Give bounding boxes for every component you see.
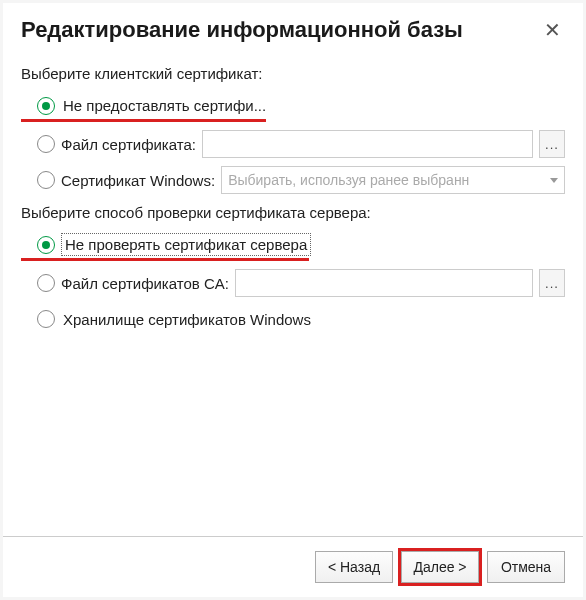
- radio-server-none[interactable]: [37, 236, 55, 254]
- titlebar: Редактирование информационной базы ✕: [3, 3, 583, 51]
- client-cert-file-browse-button[interactable]: ...: [539, 130, 565, 158]
- radio-client-windows-label: Сертификат Windows:: [61, 172, 215, 189]
- footer: < Назад Далее > Отмена: [3, 536, 583, 597]
- radio-client-windows[interactable]: [37, 171, 55, 189]
- client-cert-windows-dropdown-text: Выбирать, используя ранее выбранн: [228, 172, 469, 188]
- radio-client-none[interactable]: [37, 97, 55, 115]
- back-button[interactable]: < Назад: [315, 551, 393, 583]
- dialog-title: Редактирование информационной базы: [21, 17, 463, 43]
- radio-server-none-label: Не проверять сертификат сервера: [63, 235, 309, 254]
- dialog: Редактирование информационной базы ✕ Выб…: [3, 3, 583, 597]
- close-icon[interactable]: ✕: [540, 18, 565, 42]
- client-cert-windows-dropdown[interactable]: Выбирать, используя ранее выбранн: [221, 166, 565, 194]
- content: Выберите клиентский сертификат: Не предо…: [3, 51, 583, 536]
- radio-client-none-label: Не предоставлять сертифи...: [63, 97, 266, 114]
- client-cert-option-windows-row: Сертификат Windows: Выбирать, используя …: [21, 166, 565, 194]
- server-ca-file-browse-button[interactable]: ...: [539, 269, 565, 297]
- server-cert-option-ca-file-row: Файл сертификатов CA: ...: [21, 269, 565, 297]
- radio-client-file[interactable]: [37, 135, 55, 153]
- server-cert-option-windows-store-row[interactable]: Хранилище сертификатов Windows: [21, 305, 565, 333]
- next-button[interactable]: Далее >: [401, 551, 479, 583]
- radio-client-file-label: Файл сертификата:: [61, 136, 196, 153]
- client-cert-file-input[interactable]: [202, 130, 533, 158]
- server-ca-file-input[interactable]: [235, 269, 533, 297]
- radio-server-ca-file[interactable]: [37, 274, 55, 292]
- server-cert-option-none-row[interactable]: Не проверять сертификат сервера: [21, 233, 309, 261]
- radio-server-windows-store-label: Хранилище сертификатов Windows: [63, 311, 311, 328]
- cancel-button[interactable]: Отмена: [487, 551, 565, 583]
- client-cert-group-label: Выберите клиентский сертификат:: [21, 65, 565, 82]
- client-cert-option-none-row[interactable]: Не предоставлять сертифи...: [21, 94, 266, 122]
- radio-server-ca-file-label: Файл сертификатов CA:: [61, 275, 229, 292]
- radio-server-windows-store[interactable]: [37, 310, 55, 328]
- chevron-down-icon: [550, 178, 558, 183]
- server-cert-group-label: Выберите способ проверки сертификата сер…: [21, 204, 565, 221]
- client-cert-option-file-row: Файл сертификата: ...: [21, 130, 565, 158]
